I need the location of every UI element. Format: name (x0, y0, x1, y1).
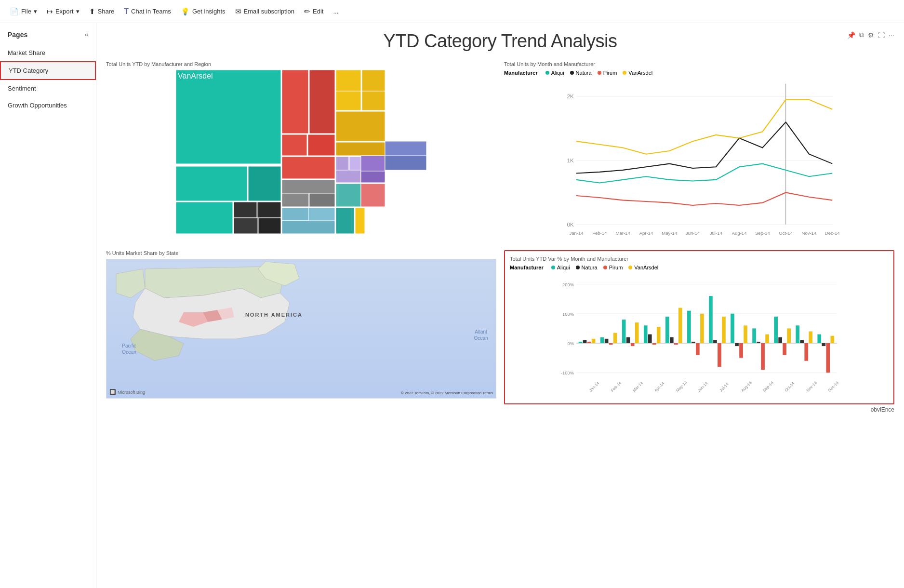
line-chart-legend: ManufacturerAliquiNaturaPirumVanArsdel (504, 70, 894, 76)
charts-bottom-row: % Units Market Share by State (106, 250, 894, 404)
share-button[interactable]: ⬆ Share (85, 5, 119, 18)
svg-rect-66 (355, 208, 365, 234)
svg-text:Oct-14: Oct-14 (784, 381, 796, 393)
chat-in-teams-label: Chat in Teams (131, 8, 171, 15)
legend-dot (628, 266, 632, 269)
svg-text:Nov-14: Nov-14 (802, 230, 817, 236)
map-title: % Units Market Share by State (106, 250, 496, 256)
svg-rect-153 (830, 336, 834, 343)
filter-icon[interactable]: ⚙ (868, 31, 874, 39)
legend-label: Natura (576, 70, 592, 76)
chat-in-teams-button[interactable]: T Chat in Teams (120, 5, 175, 18)
treemap-chart[interactable]: VanArsdelCentralWestEastCentralEastWestA… (106, 70, 496, 234)
legend-label: VanArsdel (634, 265, 658, 270)
map-chart[interactable]: NORTH AMERICA PacificOcean AtlantOcean 🔲… (106, 259, 496, 399)
north-america-label: NORTH AMERICA (245, 312, 303, 318)
svg-rect-29 (309, 193, 335, 207)
svg-text:Aug-14: Aug-14 (732, 230, 747, 236)
svg-text:Feb-14: Feb-14 (610, 380, 622, 393)
svg-text:-100%: -100% (561, 371, 574, 375)
legend-label: Natura (582, 265, 598, 270)
map-container: % Units Market Share by State (106, 250, 496, 404)
edit-button[interactable]: ✏ Edit (300, 5, 327, 18)
svg-rect-111 (687, 311, 691, 343)
sidebar-item-sentiment[interactable]: Sentiment (0, 80, 96, 97)
svg-rect-108 (622, 320, 626, 343)
svg-rect-144 (635, 322, 639, 343)
svg-rect-14 (259, 218, 281, 234)
legend-dot (598, 71, 601, 75)
svg-rect-54 (361, 171, 385, 183)
svg-text:2K: 2K (567, 93, 573, 99)
svg-text:May-14: May-14 (675, 380, 688, 393)
svg-rect-43 (336, 111, 385, 141)
svg-rect-123 (691, 342, 695, 343)
fullscreen-icon[interactable]: ⛶ (878, 31, 885, 39)
sidebar-item-ytd-category[interactable]: YTD Category (0, 61, 96, 80)
pin-icon[interactable]: 📌 (847, 31, 855, 39)
legend-dot (603, 266, 607, 269)
svg-rect-150 (765, 334, 769, 343)
svg-rect-137 (739, 343, 743, 358)
bar-chart-container: Total Units YTD Var % by Month and Manuf… (504, 250, 894, 404)
svg-rect-122 (670, 337, 674, 343)
legend-item: Pirum (598, 70, 617, 76)
svg-rect-0 (176, 70, 281, 164)
svg-rect-32 (282, 208, 308, 221)
svg-rect-27 (282, 193, 308, 207)
legend-manufacturer-label: Manufacturer (504, 70, 538, 76)
svg-text:Mar-14: Mar-14 (632, 380, 644, 393)
svg-rect-39 (336, 70, 361, 91)
svg-rect-125 (735, 343, 739, 346)
file-label: File (21, 8, 31, 15)
svg-text:Jan-14: Jan-14 (569, 230, 584, 236)
legend-label: Pirum (609, 265, 623, 270)
svg-rect-115 (774, 317, 778, 343)
svg-rect-129 (822, 343, 825, 346)
svg-rect-110 (665, 317, 669, 343)
legend-item: Aliqui (551, 265, 570, 270)
atlantic-ocean-label: AtlantOcean (474, 329, 488, 341)
bar-chart-svg: 200%100%0%-100%Jan-14Feb-14Mar-14Apr-14M… (510, 273, 889, 399)
svg-text:200%: 200% (562, 282, 574, 287)
svg-rect-133 (652, 343, 656, 345)
svg-rect-148 (722, 317, 726, 343)
svg-rect-135 (696, 343, 700, 355)
svg-rect-132 (631, 343, 635, 346)
svg-text:Dec-14: Dec-14 (825, 230, 840, 236)
legend-item: Natura (576, 265, 598, 270)
insights-icon: 💡 (181, 7, 190, 16)
share-icon: ⬆ (89, 7, 95, 16)
line-chart-area[interactable]: 2K1K0KJan-14Feb-14Mar-14Apr-14May-14Jun-… (504, 79, 894, 242)
sidebar-collapse-button[interactable]: « (85, 31, 88, 38)
svg-rect-34 (282, 221, 335, 234)
svg-rect-143 (613, 333, 617, 343)
legend-label: Aliqui (557, 265, 570, 270)
legend-dot (551, 266, 555, 269)
ellipsis-icon[interactable]: ··· (889, 31, 894, 39)
sidebar-item-market-share[interactable]: Market Share (0, 44, 96, 61)
more-button[interactable]: ... (329, 6, 342, 17)
bar-chart-area[interactable]: 200%100%0%-100%Jan-14Feb-14Mar-14Apr-14M… (510, 273, 889, 399)
svg-rect-58 (385, 156, 426, 170)
svg-rect-145 (657, 327, 661, 343)
svg-rect-21 (308, 134, 335, 156)
legend-item: VanArsdel (623, 70, 652, 76)
svg-text:100%: 100% (562, 312, 574, 317)
svg-rect-41 (362, 70, 385, 91)
legend-dot (576, 266, 580, 269)
get-insights-button[interactable]: 💡 Get insights (177, 5, 229, 18)
svg-rect-149 (744, 325, 747, 343)
email-subscription-label: Email subscription (244, 8, 295, 15)
export-button[interactable]: ↦ Export ▾ (43, 5, 83, 18)
teams-icon: T (124, 7, 129, 16)
svg-rect-128 (800, 340, 804, 343)
email-subscription-button[interactable]: ✉ Email subscription (231, 5, 299, 18)
svg-text:Jun-14: Jun-14 (686, 230, 700, 236)
treemap-title: Total Units YTD by Manufacturer and Regi… (106, 61, 496, 67)
sidebar-item-growth-opportunities[interactable]: Growth Opportunities (0, 97, 96, 114)
export-label: Export (55, 8, 74, 15)
file-button[interactable]: 📄 File ▾ (6, 5, 41, 18)
copy-icon[interactable]: ⧉ (859, 31, 864, 39)
svg-rect-109 (644, 325, 648, 343)
